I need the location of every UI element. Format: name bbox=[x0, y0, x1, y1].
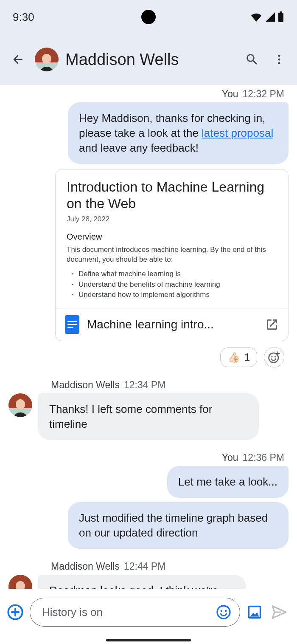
sender-label: Maddison Wells bbox=[51, 561, 120, 572]
svg-point-7 bbox=[275, 356, 276, 357]
svg-rect-0 bbox=[278, 13, 283, 22]
add-reaction-button[interactable] bbox=[264, 347, 284, 367]
message-bubble[interactable]: Thanks! I left some comments for timelin… bbox=[38, 393, 259, 440]
wifi-icon bbox=[250, 12, 262, 22]
more-vert-icon bbox=[273, 53, 286, 66]
home-indicator[interactable] bbox=[106, 639, 191, 641]
svg-point-10 bbox=[221, 610, 223, 612]
status-bar: 9:30 bbox=[0, 0, 297, 34]
contact-avatar[interactable] bbox=[35, 48, 59, 71]
message-time: 12:36 PM bbox=[243, 452, 284, 463]
image-attachment-button[interactable] bbox=[244, 602, 265, 622]
arrow-back-icon bbox=[11, 53, 25, 66]
document-description: This document introduces machine learnin… bbox=[67, 245, 277, 265]
image-icon bbox=[247, 604, 262, 620]
open-external-icon[interactable] bbox=[265, 318, 279, 331]
svg-point-9 bbox=[217, 606, 230, 619]
svg-rect-1 bbox=[280, 11, 282, 13]
document-heading: Overview bbox=[67, 232, 277, 242]
document-file-name: Machine learning intro... bbox=[87, 318, 258, 331]
app-bar: Maddison Wells bbox=[0, 34, 297, 85]
svg-point-11 bbox=[225, 610, 227, 612]
svg-point-6 bbox=[271, 356, 272, 357]
list-item: Understand how to implement algorithms bbox=[73, 290, 277, 300]
status-icons bbox=[250, 11, 284, 23]
proposal-link[interactable]: latest proposal bbox=[202, 127, 273, 139]
list-item: Understand the benefits of machine learn… bbox=[73, 280, 277, 290]
reaction-count: 1 bbox=[244, 351, 250, 363]
sender-avatar[interactable] bbox=[8, 575, 32, 589]
message-text: Just modified the timeline graph based o… bbox=[79, 511, 268, 539]
reaction-pill[interactable]: 👍🏻 1 bbox=[220, 347, 257, 367]
message-text: Let me take a look... bbox=[178, 475, 277, 488]
plus-circle-icon bbox=[7, 604, 24, 621]
add-attachment-button[interactable] bbox=[5, 602, 25, 622]
message-group-incoming: Maddison Wells 12:34 PM Thanks! I left s… bbox=[8, 379, 289, 440]
battery-icon bbox=[277, 11, 284, 23]
sender-label: Maddison Wells bbox=[51, 379, 120, 391]
search-button[interactable] bbox=[242, 49, 262, 70]
sender-label: You bbox=[222, 452, 238, 463]
thumbs-up-emoji: 👍🏻 bbox=[227, 351, 240, 363]
document-title: Introduction to Machine Learning on the … bbox=[67, 179, 277, 212]
message-bubble[interactable]: Just modified the timeline graph based o… bbox=[68, 502, 289, 549]
svg-point-4 bbox=[278, 62, 280, 64]
svg-point-3 bbox=[278, 59, 280, 61]
svg-point-5 bbox=[269, 353, 279, 363]
google-docs-icon bbox=[65, 315, 79, 334]
message-input[interactable]: History is on bbox=[30, 598, 240, 627]
message-group-incoming: Maddison Wells 12:44 PM Roadmap looks go… bbox=[8, 561, 289, 589]
signal-icon bbox=[265, 12, 275, 22]
message-time: 12:44 PM bbox=[124, 561, 165, 572]
status-time: 9:30 bbox=[13, 11, 34, 24]
send-icon bbox=[271, 604, 287, 620]
composer-bar: History is on bbox=[0, 589, 297, 636]
message-bubble[interactable]: Let me take a look... bbox=[167, 466, 289, 498]
message-group-outgoing: You 12:32 PM Hey Maddison, thanks for ch… bbox=[8, 88, 289, 367]
document-preview-card[interactable]: Introduction to Machine Learning on the … bbox=[55, 169, 289, 341]
add-emoji-icon bbox=[268, 351, 280, 364]
input-placeholder: History is on bbox=[42, 606, 210, 619]
list-item: Define what machine learning is bbox=[73, 269, 277, 280]
message-group-outgoing: You 12:36 PM Let me take a look... Just … bbox=[8, 452, 289, 549]
more-options-button[interactable] bbox=[269, 49, 289, 70]
chat-area[interactable]: You 12:32 PM Hey Maddison, thanks for ch… bbox=[0, 85, 297, 589]
message-time: 12:34 PM bbox=[124, 379, 165, 391]
svg-point-2 bbox=[278, 55, 280, 57]
message-text: Thanks! I left some comments for timelin… bbox=[49, 403, 212, 430]
message-bubble[interactable]: Hey Maddison, thanks for checking in, pl… bbox=[68, 102, 289, 164]
back-button[interactable] bbox=[8, 49, 28, 70]
message-text: Roadmap looks good, I think we're ready … bbox=[49, 584, 218, 589]
message-text: and leave any feedback! bbox=[79, 141, 199, 154]
message-bubble[interactable]: Roadmap looks good, I think we're ready … bbox=[38, 575, 246, 589]
camera-cutout bbox=[141, 10, 156, 24]
document-bullet-list: Define what machine learning is Understa… bbox=[67, 269, 277, 300]
search-icon bbox=[245, 52, 259, 67]
emoji-icon[interactable] bbox=[216, 604, 231, 620]
contact-name[interactable]: Maddison Wells bbox=[65, 51, 235, 69]
sender-avatar[interactable] bbox=[8, 393, 32, 417]
document-date: July 28, 2022 bbox=[67, 215, 277, 223]
send-button[interactable] bbox=[269, 602, 289, 622]
sender-label: You bbox=[222, 88, 238, 100]
message-time: 12:32 PM bbox=[243, 88, 284, 100]
